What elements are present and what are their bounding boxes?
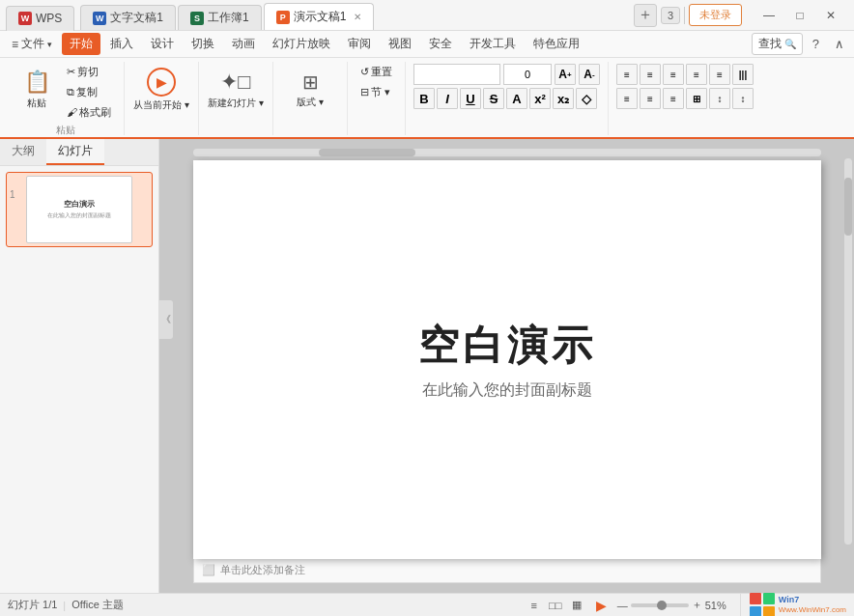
tab-ppt[interactable]: P 演示文稿1 ✕	[264, 3, 375, 30]
slide-canvas[interactable]: 空白演示 在此输入您的封面副标题	[193, 160, 821, 559]
normal-view-button[interactable]: □□	[546, 596, 565, 615]
watermark-area: Win7 Www.WinWin7.com	[740, 592, 846, 617]
ribbon: 📋 粘贴 ✂ 剪切 ⧉ 复制 🖌 格式刷 粘贴	[0, 58, 854, 139]
font-size-decrease-button[interactable]: A-	[579, 64, 600, 85]
text-direction-button[interactable]: ↕	[732, 88, 754, 109]
horizontal-scrollbar[interactable]	[193, 149, 821, 156]
tab-word-label: 文字文稿1	[110, 10, 163, 26]
slides-tab[interactable]: 幻灯片	[46, 139, 104, 165]
decrease-indent-button[interactable]: ≡	[663, 88, 684, 109]
close-tab-icon[interactable]: ✕	[354, 12, 361, 22]
scrollbar-thumb[interactable]	[319, 149, 415, 156]
cut-button[interactable]: ✂ 剪切	[62, 62, 116, 81]
underline-button[interactable]: U	[460, 88, 481, 109]
copy-button[interactable]: ⧉ 复制	[62, 82, 116, 101]
list-item[interactable]: 1 空白演示 在此输入您的封面副标题	[6, 172, 153, 247]
tab-count: 3	[661, 7, 680, 24]
line-spacing-button[interactable]: ↕	[709, 88, 730, 109]
tab-wps[interactable]: W WPS	[6, 6, 74, 31]
paste-button[interactable]: 📋 粘贴	[15, 62, 58, 118]
vertical-scrollbar[interactable]	[844, 158, 852, 545]
format-painter-label: 格式刷	[79, 105, 111, 120]
close-button[interactable]: ✕	[815, 3, 846, 28]
align-center-button[interactable]: ≡	[640, 64, 661, 85]
watermark-line1: Win7	[779, 595, 846, 605]
font-size-increase-button[interactable]: A+	[555, 64, 576, 85]
titlebar: W WPS W 文字文稿1 S 工作簿1 P 演示文稿1 ✕ ＋ 3 未登录 —…	[0, 0, 854, 31]
watermark-line2: Www.WinWin7.com	[779, 605, 846, 615]
zoom-slider[interactable]	[631, 603, 689, 607]
theme-label: Office 主题	[71, 598, 124, 612]
font-size-input[interactable]	[503, 64, 552, 85]
align-right-button[interactable]: ≡	[663, 64, 684, 85]
columns-button[interactable]: |||	[732, 64, 754, 85]
help-button[interactable]: ?	[807, 35, 825, 53]
clear-format-button[interactable]: ◇	[576, 88, 597, 109]
section-button[interactable]: ⊟ 节 ▾	[356, 82, 397, 101]
layout-button[interactable]: ⊞ 版式 ▾	[281, 62, 339, 118]
menu-review[interactable]: 审阅	[340, 33, 379, 55]
win7-logo-svg	[749, 592, 776, 617]
menu-slideshow[interactable]: 幻灯片放映	[265, 33, 338, 55]
menu-features[interactable]: 特色应用	[526, 33, 587, 55]
menu-animation[interactable]: 动画	[224, 33, 263, 55]
format-painter-button[interactable]: 🖌 格式刷	[62, 102, 116, 122]
tab-word[interactable]: W 文字文稿1	[80, 5, 176, 30]
notes-icon: ⬜	[202, 564, 215, 576]
superscript-button[interactable]: x²	[529, 88, 551, 109]
menu-switch[interactable]: 切换	[184, 33, 222, 55]
login-button[interactable]: 未登录	[689, 4, 742, 26]
search-icon: 🔍	[784, 39, 796, 49]
bold-button[interactable]: B	[413, 88, 435, 109]
align-distribute-button[interactable]: ≡	[709, 64, 730, 85]
minimize-button[interactable]: —	[754, 3, 784, 28]
maximize-button[interactable]: □	[784, 3, 815, 28]
new-tab-button[interactable]: ＋	[634, 4, 657, 27]
zoom-plus-icon[interactable]: ＋	[692, 598, 702, 612]
menubar: ≡ 文件 ▾ 开始 插入 设计 切换 动画 幻灯片放映 审阅 视图 安全 开发工…	[0, 31, 854, 58]
zoom-minus-icon[interactable]: —	[617, 600, 628, 611]
play-button[interactable]: ▶	[592, 596, 612, 615]
menu-security[interactable]: 安全	[421, 33, 460, 55]
menu-insert[interactable]: 插入	[102, 33, 141, 55]
strikethrough-button[interactable]: S	[483, 88, 504, 109]
collapse-ribbon-button[interactable]: ∧	[829, 35, 850, 53]
play-circle-icon: ▶	[147, 68, 176, 97]
tab-excel[interactable]: S 工作簿1	[178, 5, 262, 30]
main-content: 空白演示 在此输入您的封面副标题 ⬜ 单击此处添加备注	[159, 139, 854, 593]
menu-design[interactable]: 设计	[143, 33, 182, 55]
start-slideshow-button[interactable]: ▶ 从当前开始 ▾	[132, 62, 190, 118]
menu-toggle[interactable]: ≡ 文件 ▾	[4, 33, 60, 55]
grid-view-button[interactable]: ▦	[567, 596, 586, 615]
menu-right: 查找 🔍 ? ∧	[752, 33, 850, 55]
align-left-button[interactable]: ≡	[616, 64, 638, 85]
new-slide-button[interactable]: ✦□ 新建幻灯片 ▾	[207, 62, 265, 118]
zoom-thumb[interactable]	[657, 601, 667, 610]
bullet-list-button[interactable]: ≡	[616, 88, 638, 109]
italic-button[interactable]: I	[437, 88, 458, 109]
search-box[interactable]: 查找 🔍	[752, 33, 803, 55]
subscript-button[interactable]: x₂	[553, 88, 574, 109]
table-button[interactable]: ⊞	[686, 88, 707, 109]
notes-bar[interactable]: ⬜ 单击此处添加备注	[193, 559, 821, 583]
collapse-sidebar-button[interactable]: 《	[159, 300, 173, 339]
font-row1: A+ A-	[413, 64, 600, 85]
font-color-button[interactable]: A	[506, 88, 527, 109]
svg-rect-1	[763, 593, 775, 604]
menu-view[interactable]: 视图	[381, 33, 419, 55]
reset-button[interactable]: ↺ 重置	[356, 62, 397, 81]
menu-devtools[interactable]: 开发工具	[462, 33, 524, 55]
svg-rect-0	[750, 593, 761, 604]
titlebar-right: ＋ 3 未登录 — □ ✕	[634, 3, 854, 28]
reset-content: ↺ 重置 ⊟ 节 ▾	[356, 62, 397, 133]
align-justify-button[interactable]: ≡	[686, 64, 707, 85]
vertical-scrollbar-thumb[interactable]	[844, 178, 852, 236]
outline-tab[interactable]: 大纲	[0, 139, 46, 165]
tab-ppt-label: 演示文稿1	[294, 9, 347, 25]
menu-start[interactable]: 开始	[62, 33, 100, 55]
font-name-input[interactable]	[413, 64, 500, 85]
outline-view-button[interactable]: ≡	[525, 596, 544, 615]
slide-preview: 空白演示 在此输入您的封面副标题	[26, 176, 132, 243]
numbered-list-button[interactable]: ≡	[640, 88, 661, 109]
slide-list: 1 空白演示 在此输入您的封面副标题	[0, 166, 158, 593]
